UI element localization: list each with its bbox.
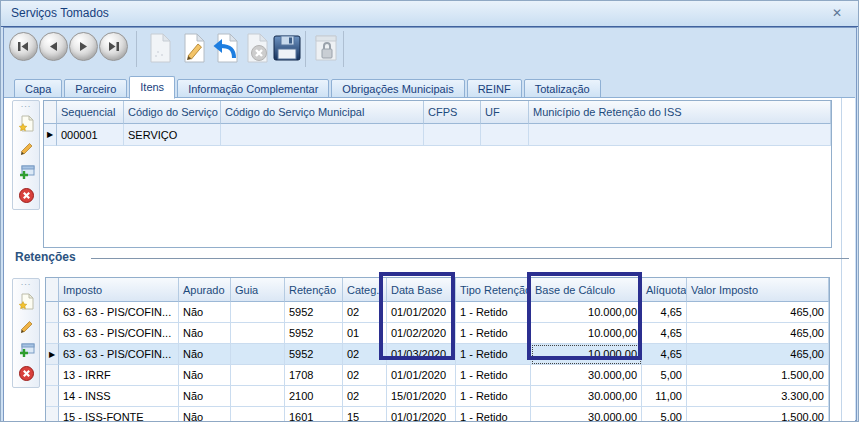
grid-cell[interactable]: 1 - Retido — [456, 344, 531, 365]
grid-cell[interactable]: 465,00 — [687, 344, 829, 365]
column-header[interactable]: Sequencial — [57, 101, 124, 124]
column-header[interactable]: Imposto — [59, 278, 179, 302]
new-document-button — [144, 30, 176, 66]
table-row[interactable]: 15 - ISS-FONTENão16011501/01/20201 - Ret… — [46, 407, 829, 422]
new-record-button[interactable] — [16, 291, 36, 311]
grid-cell[interactable]: Não — [179, 323, 231, 344]
grid-cell[interactable]: 5,00 — [642, 407, 687, 422]
save-button[interactable] — [271, 30, 303, 66]
grid-cell[interactable]: 1 - Retido — [456, 302, 531, 323]
grid-cell[interactable]: 02 — [343, 365, 387, 386]
grid-cell[interactable] — [424, 124, 481, 146]
grid-cell[interactable]: 02 — [343, 386, 387, 407]
grid-cell[interactable]: 14 - INSS — [59, 386, 179, 407]
grid-cell[interactable] — [231, 365, 285, 386]
grid-cell[interactable]: 5952 — [285, 344, 343, 365]
grid-cell[interactable]: Não — [179, 365, 231, 386]
drag-handle[interactable]: ... — [21, 279, 32, 287]
grid-cell[interactable]: 2100 — [285, 386, 343, 407]
column-header[interactable]: UF — [481, 101, 529, 124]
grid-cell[interactable] — [481, 124, 529, 146]
table-row[interactable]: 13 - IRRFNão17080201/01/20201 - Retido30… — [46, 365, 829, 386]
next-record-button[interactable] — [69, 32, 98, 61]
grid-cell[interactable]: 1601 — [285, 407, 343, 422]
grid-cell[interactable]: 1 - Retido — [456, 386, 531, 407]
column-header[interactable]: Valor Imposto — [687, 278, 829, 302]
grid-cell[interactable]: Não — [179, 344, 231, 365]
grid-cell[interactable] — [231, 323, 285, 344]
grid-cell[interactable]: 13 - IRRF — [59, 365, 179, 386]
tab-reinf[interactable]: REINF — [467, 79, 522, 99]
grid-cell[interactable]: 465,00 — [687, 323, 829, 344]
first-record-button[interactable] — [9, 32, 38, 61]
new-record-button[interactable] — [16, 113, 36, 133]
grid-cell[interactable]: 4,65 — [642, 344, 687, 365]
grid-cell[interactable]: 4,65 — [642, 323, 687, 344]
tab-totaliza-o[interactable]: Totalização — [524, 79, 601, 99]
grid-cell[interactable]: 30.000,00 — [531, 407, 642, 422]
last-record-button[interactable] — [99, 32, 128, 61]
grid-cell[interactable]: 01/01/2020 — [387, 365, 456, 386]
grid-cell[interactable]: 4,65 — [642, 302, 687, 323]
table-row[interactable]: ▶000001SERVIÇO — [44, 124, 831, 146]
grid-cell[interactable]: 5952 — [285, 302, 343, 323]
column-header[interactable]: CFPS — [424, 101, 481, 124]
grid-cell[interactable] — [529, 124, 831, 146]
grid-cell[interactable]: 63 - 63 - PIS/COFIN... — [59, 302, 179, 323]
undo-button[interactable] — [210, 30, 242, 66]
column-header[interactable]: Apurado — [179, 278, 231, 302]
insert-record-button[interactable] — [16, 161, 36, 181]
grid-cell[interactable]: 3.300,00 — [687, 386, 829, 407]
grid-cell[interactable] — [231, 302, 285, 323]
column-header[interactable]: Tipo Retenção — [456, 278, 531, 302]
grid-cell[interactable]: 11,00 — [642, 386, 687, 407]
grid-cell[interactable]: 465,00 — [687, 302, 829, 323]
grid-cell[interactable]: 01/01/2020 — [387, 407, 456, 422]
grid-cell[interactable]: 63 - 63 - PIS/COFIN... — [59, 344, 179, 365]
grid-cell[interactable]: 1 - Retido — [456, 323, 531, 344]
grid-cell[interactable]: 15 — [343, 407, 387, 422]
tab-informa-o-complementar[interactable]: Informação Complementar — [177, 79, 329, 99]
grid-cell[interactable]: 15/01/2020 — [387, 386, 456, 407]
grid-cell[interactable]: 1.500,00 — [687, 365, 829, 386]
grid-cell[interactable]: 1.500,00 — [687, 407, 829, 422]
grid-cell[interactable]: 63 - 63 - PIS/COFIN... — [59, 323, 179, 344]
grid-cell[interactable]: 30.000,00 — [531, 365, 642, 386]
table-row[interactable]: 14 - INSSNão21000215/01/20201 - Retido30… — [46, 386, 829, 407]
column-header[interactable]: Código do Serviço — [124, 101, 221, 124]
column-header[interactable]: Guia — [231, 278, 285, 302]
tab-parceiro[interactable]: Parceiro — [64, 79, 127, 99]
grid-cell[interactable]: Não — [179, 407, 231, 422]
tab-itens[interactable]: Itens — [129, 76, 175, 99]
grid-cell[interactable]: SERVIÇO — [124, 124, 221, 146]
insert-record-button[interactable] — [16, 339, 36, 359]
column-header[interactable]: Código do Serviço Municipal — [221, 101, 424, 124]
grid-cell[interactable]: Não — [179, 386, 231, 407]
grid-cell[interactable] — [231, 386, 285, 407]
grid-cell[interactable] — [221, 124, 424, 146]
column-header[interactable]: Município de Retenção do ISS — [529, 101, 831, 124]
drag-handle[interactable]: ... — [21, 101, 32, 109]
grid-cell[interactable]: 30.000,00 — [531, 386, 642, 407]
column-header[interactable]: Retenção — [285, 278, 343, 302]
grid-cell[interactable] — [231, 344, 285, 365]
delete-record-button[interactable] — [16, 185, 36, 205]
grid-cell[interactable]: 1708 — [285, 365, 343, 386]
edit-document-button[interactable] — [178, 30, 210, 66]
column-header[interactable]: Alíquota — [642, 278, 687, 302]
grid-cell[interactable]: 1 - Retido — [456, 407, 531, 422]
delete-record-button[interactable] — [16, 363, 36, 383]
grid-cell[interactable]: 5,00 — [642, 365, 687, 386]
grid-cell[interactable]: 000001 — [57, 124, 124, 146]
tab-obriga-es-municipais[interactable]: Obrigações Municipais — [331, 79, 464, 99]
grid-cell[interactable]: 5952 — [285, 323, 343, 344]
edit-record-button[interactable] — [16, 137, 36, 157]
edit-record-button[interactable] — [16, 315, 36, 335]
grid-cell[interactable] — [231, 407, 285, 422]
tab-capa[interactable]: Capa — [14, 79, 62, 99]
close-icon[interactable]: ✕ — [832, 6, 842, 20]
grid-cell[interactable]: 15 - ISS-FONTE — [59, 407, 179, 422]
previous-record-button[interactable] — [39, 32, 68, 61]
grid-cell[interactable]: Não — [179, 302, 231, 323]
grid-cell[interactable]: 1 - Retido — [456, 365, 531, 386]
